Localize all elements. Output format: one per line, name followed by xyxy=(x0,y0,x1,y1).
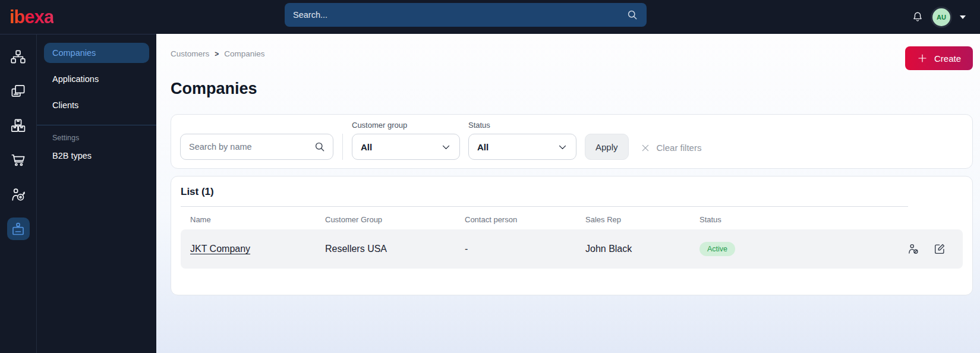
sidebar-item-customer-portal-badge-icon[interactable] xyxy=(7,218,30,240)
main-content: Customers > Companies Create Companies xyxy=(156,34,980,353)
row-customer-group: Resellers USA xyxy=(325,244,465,254)
column-header-name: Name xyxy=(190,215,325,224)
clear-filters-label: Clear filters xyxy=(657,143,702,153)
filters-card: Customer group All Status All Apply Clea… xyxy=(171,114,973,169)
create-button-label: Create xyxy=(934,53,961,64)
clear-filters-button[interactable]: Clear filters xyxy=(641,143,702,153)
customer-group-select[interactable]: All xyxy=(352,134,460,160)
sidebar-item-products-boxes-icon[interactable] xyxy=(7,114,30,137)
filter-search-icon[interactable] xyxy=(314,141,326,153)
filter-search-input[interactable] xyxy=(180,134,333,160)
topbar: ibexa AU xyxy=(0,0,980,34)
filter-divider xyxy=(342,134,343,160)
company-name-link[interactable]: JKT Company xyxy=(190,244,250,254)
topbar-right: AU xyxy=(911,8,980,26)
status-field: Status All xyxy=(468,121,576,160)
sidebar-item-applications[interactable]: Applications xyxy=(44,69,149,89)
sidebar-item-audience-target-icon[interactable] xyxy=(7,183,30,206)
deactivate-user-icon[interactable] xyxy=(907,242,920,256)
customer-group-label: Customer group xyxy=(352,121,460,130)
global-search-input[interactable] xyxy=(285,3,647,27)
status-value: All xyxy=(477,142,489,152)
filter-search xyxy=(180,134,333,160)
global-search xyxy=(285,3,647,27)
row-actions xyxy=(907,242,953,256)
sidebar-item-pages-icon[interactable] xyxy=(7,80,30,102)
user-avatar[interactable]: AU xyxy=(932,8,950,26)
table-row: JKT Company Resellers USA - John Black A… xyxy=(181,229,963,269)
close-icon xyxy=(641,143,650,153)
notifications-bell-icon[interactable] xyxy=(911,11,924,24)
sidebar-panel: Companies Applications Clients Settings … xyxy=(37,34,156,353)
sidebar-item-content-sitemap-icon[interactable] xyxy=(7,45,30,68)
user-menu-chevron-down-icon[interactable] xyxy=(960,15,966,19)
sidebar-item-cart-icon[interactable] xyxy=(7,149,30,171)
breadcrumb-companies-current: Companies xyxy=(224,49,264,58)
column-header-customer-group: Customer Group xyxy=(325,215,465,224)
row-contact-person: - xyxy=(465,244,585,254)
chevron-down-icon xyxy=(557,142,568,152)
column-header-status: Status xyxy=(699,215,953,224)
column-header-contact-person: Contact person xyxy=(465,215,585,224)
edit-icon[interactable] xyxy=(933,242,946,256)
breadcrumb: Customers > Companies xyxy=(171,49,265,58)
column-header-sales-rep: Sales Rep xyxy=(585,215,699,224)
row-sales-rep: John Black xyxy=(585,244,699,254)
sidebar-section-settings-label: Settings xyxy=(44,125,149,146)
icon-rail xyxy=(0,34,37,353)
ibexa-logo[interactable]: ibexa xyxy=(10,8,53,26)
breadcrumb-customers[interactable]: Customers xyxy=(171,49,209,58)
status-badge: Active xyxy=(699,242,735,256)
chevron-down-icon xyxy=(441,142,451,152)
apply-button[interactable]: Apply xyxy=(585,134,629,160)
create-button[interactable]: Create xyxy=(905,46,973,70)
table-header: Name Customer Group Contact person Sales… xyxy=(181,207,963,229)
breadcrumb-separator: > xyxy=(215,50,219,58)
customer-group-field: Customer group All xyxy=(352,121,460,160)
page-title: Companies xyxy=(171,80,973,98)
customer-group-value: All xyxy=(361,142,372,152)
list-card: List (1) Name Customer Group Contact per… xyxy=(171,176,973,295)
plus-icon xyxy=(917,53,928,64)
sidebar-item-clients[interactable]: Clients xyxy=(44,95,149,115)
status-label: Status xyxy=(468,121,576,130)
status-select[interactable]: All xyxy=(468,134,576,160)
sidebar-item-companies[interactable]: Companies xyxy=(44,43,149,63)
sidebar-item-b2b-types[interactable]: B2B types xyxy=(44,146,149,166)
search-icon[interactable] xyxy=(626,9,638,21)
list-title: List (1) xyxy=(181,186,963,198)
